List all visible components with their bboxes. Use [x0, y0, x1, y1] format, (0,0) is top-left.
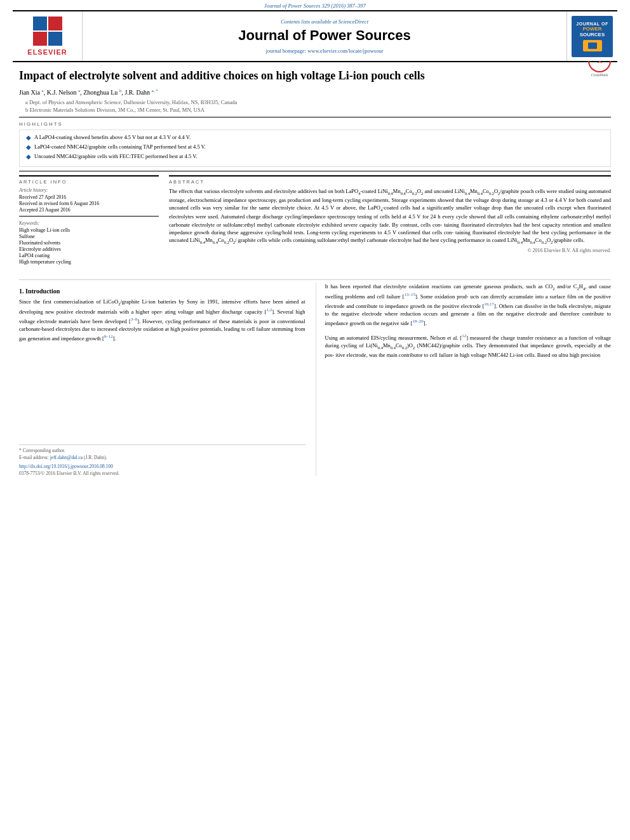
logo-square-1: [33, 17, 47, 30]
article-title: Impact of electrolyte solvent and additi…: [19, 69, 611, 83]
article-info-col: ARTICLE INFO Article history: Received 2…: [19, 175, 159, 265]
article-info-box: ARTICLE INFO Article history: Received 2…: [19, 175, 159, 265]
body-col-right: It has been reported that electrolyte ox…: [316, 283, 612, 476]
logo-square-3: [33, 32, 47, 46]
copyright-notice: © 2016 Elsevier B.V. All rights reserved…: [169, 248, 611, 253]
divider-info: [19, 216, 159, 217]
abstract-col: ABSTRACT The effects that various electr…: [169, 175, 611, 265]
journal-homepage: journal homepage: www.elsevier.com/locat…: [266, 48, 384, 54]
authors-line: Jian Xia a, K.J. Nelson a, Zhonghua Lu b…: [19, 88, 611, 96]
accepted-date: Accepted 23 August 2016: [19, 207, 159, 213]
received-date: Received 27 April 2016: [19, 194, 159, 200]
affiliation-a: a Dept. of Physics and Atmospheric Scien…: [19, 99, 611, 105]
keywords-label: Keywords:: [19, 220, 159, 226]
footer-rule: [19, 444, 305, 445]
keyword-2: Sulfone: [19, 234, 159, 239]
article-content: ✕ CrossMark Impact of electrolyte solven…: [0, 62, 630, 277]
intro-text-left: Since the first commercialisation of LiC…: [19, 298, 305, 343]
keyword-4: Electrolyte additives: [19, 246, 159, 252]
intro-text-right-2: Using an automated EIS/cycling measureme…: [325, 333, 612, 359]
body-col-left: 1. Introduction Since the first commerci…: [19, 283, 305, 476]
journal-title-main: Journal of Power Sources: [238, 27, 410, 44]
keyword-5: LaPO4 coating: [19, 253, 159, 258]
keyword-6: High temperature cycling: [19, 259, 159, 265]
bullet-2: ◆: [26, 143, 31, 151]
body-text-area: 1. Introduction Since the first commerci…: [0, 283, 630, 476]
sciencedirect-link: Contents lists available at ScienceDirec…: [281, 18, 368, 25]
highlights-label: HIGHLIGHTS: [19, 121, 611, 127]
revised-date: Received in revised form 6 August 2016: [19, 201, 159, 206]
journal-logo-right: JOURNAL OF POWER SOURCES: [566, 11, 617, 61]
article-history-label: Article history:: [19, 187, 159, 193]
logo-square-2: [48, 17, 62, 30]
body-divider: [19, 279, 611, 280]
article-info-title: ARTICLE INFO: [19, 179, 159, 185]
logo-squares: [33, 17, 62, 46]
intro-text-right: It has been reported that electrolyte ox…: [325, 283, 612, 328]
intro-heading: 1. Introduction: [19, 288, 305, 295]
journal-center: Contents lists available at ScienceDirec…: [83, 11, 566, 61]
corresponding-author-note: * Corresponding author.: [19, 448, 305, 453]
journal-header: ELSEVIER Contents lists available at Sci…: [13, 10, 617, 62]
highlights-box: ◆ A LaPO4-coating showed benefits above …: [19, 130, 611, 167]
doi-line: http://dx.doi.org/10.1016/j.jpowsour.201…: [19, 463, 305, 469]
highlight-item-3: ◆ Uncoated NMC442/graphite cells with FE…: [26, 153, 604, 161]
highlight-item-2: ◆ LaPO4-coated NMC442/graphite cells con…: [26, 143, 604, 151]
divider-2: [19, 171, 611, 171]
abstract-label: ABSTRACT: [169, 179, 611, 185]
journal-reference: Journal of Power Sources 329 (2016) 387–…: [0, 0, 630, 10]
abstract-box: ABSTRACT The effects that various electr…: [169, 175, 611, 254]
email-note: E-mail address: jeff.dahn@dal.ca (J.R. D…: [19, 455, 305, 460]
issn-line: 0378-7753/© 2016 Elsevier B.V. All right…: [19, 470, 305, 476]
power-sources-logo: JOURNAL OF POWER SOURCES: [572, 16, 613, 57]
keyword-1: High voltage Li-ion cells: [19, 227, 159, 233]
bullet-3: ◆: [26, 153, 31, 161]
elsevier-text: ELSEVIER: [27, 48, 67, 56]
page: Journal of Power Sources 329 (2016) 387–…: [0, 0, 630, 840]
crossmark-label: CrossMark: [588, 73, 611, 77]
abstract-text: The effects that various electrolyte sol…: [169, 187, 611, 246]
keyword-3: Fluorinated solvents: [19, 240, 159, 246]
highlight-item-1: ◆ A LaPO4-coating showed benefits above …: [26, 134, 604, 142]
divider-1: [19, 117, 611, 117]
bullet-1: ◆: [26, 134, 31, 142]
article-info-abstract: ARTICLE INFO Article history: Received 2…: [19, 175, 611, 265]
logo-square-4: [48, 32, 62, 46]
elsevier-logo: ELSEVIER: [13, 11, 83, 61]
affiliation-b: b Electronic Materials Solutions Divisio…: [19, 107, 611, 113]
